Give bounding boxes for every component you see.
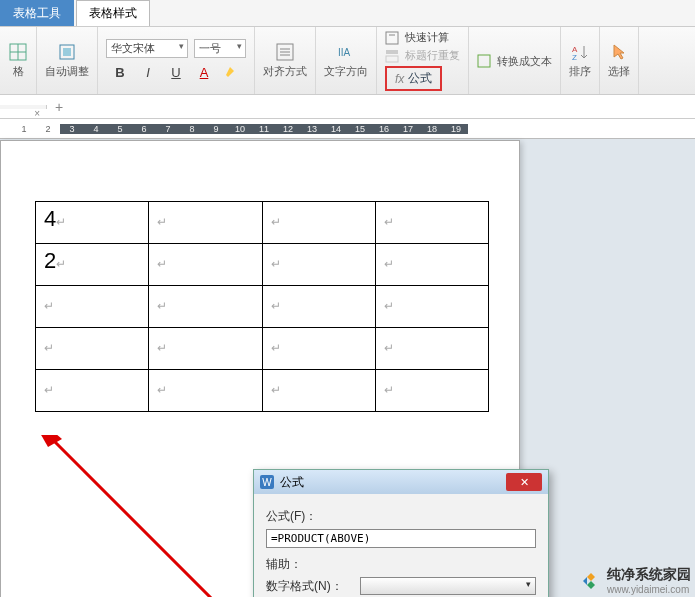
dialog-title: 公式: [280, 474, 304, 491]
font-color-button[interactable]: A: [193, 62, 215, 82]
cell[interactable]: ↵: [149, 202, 262, 244]
svg-text:Z: Z: [572, 53, 577, 62]
group-align[interactable]: 对齐方式: [255, 27, 316, 94]
group-convert[interactable]: 转换成文本: [469, 27, 561, 94]
num-format-label: 数字格式(N)：: [266, 578, 356, 595]
aux-label: 辅助：: [266, 556, 356, 573]
document-area: × + 12345678910111213141516171819 4↵↵↵↵ …: [0, 95, 695, 597]
cell[interactable]: ↵: [262, 202, 375, 244]
svg-rect-12: [386, 50, 398, 54]
cell[interactable]: ↵: [262, 286, 375, 328]
group-grid: 格: [0, 27, 37, 94]
convert-label: 转换成文本: [497, 54, 552, 69]
group-text-direction[interactable]: IIA 文字方向: [316, 27, 377, 94]
num-format-select[interactable]: [360, 577, 536, 595]
cell[interactable]: ↵: [149, 244, 262, 286]
formula-button[interactable]: fx 公式: [385, 66, 442, 91]
align-icon: [275, 42, 295, 62]
fx-icon: fx: [395, 72, 404, 86]
underline-button[interactable]: U: [165, 62, 187, 82]
formula-input[interactable]: [266, 529, 536, 548]
dialog-titlebar[interactable]: W 公式 ✕: [254, 470, 548, 494]
highlight-icon: [224, 65, 240, 79]
repeat-header-button[interactable]: 标题行重复: [385, 48, 460, 63]
group-font: 华文宋体 一号 B I U A: [98, 27, 255, 94]
pointer-icon: [609, 42, 629, 62]
grid-icon: [8, 42, 28, 62]
table-row: ↵↵↵↵: [36, 286, 489, 328]
svg-rect-10: [386, 32, 398, 44]
repeat-header-label: 标题行重复: [405, 48, 460, 63]
wps-logo-icon: W: [260, 475, 274, 489]
svg-text:IIA: IIA: [338, 47, 351, 58]
horizontal-ruler: 12345678910111213141516171819: [0, 119, 695, 139]
align-label: 对齐方式: [263, 64, 307, 79]
tab-table-tools[interactable]: 表格工具: [0, 0, 74, 26]
new-tab-button[interactable]: +: [47, 97, 71, 117]
watermark-url: www.yidaimei.com: [607, 584, 691, 595]
italic-button[interactable]: I: [137, 62, 159, 82]
document-tab-strip: × +: [0, 95, 695, 119]
table-row: 2↵↵↵↵: [36, 244, 489, 286]
cell[interactable]: ↵: [36, 286, 149, 328]
calculator-icon: [385, 31, 399, 45]
watermark-brand: 纯净系统家园: [607, 566, 691, 582]
cell[interactable]: ↵: [262, 370, 375, 412]
cell[interactable]: ↵: [375, 202, 488, 244]
document-tab[interactable]: ×: [0, 105, 47, 109]
group-formula: 快速计算 标题行重复 fx 公式: [377, 27, 469, 94]
close-tab-icon[interactable]: ×: [34, 108, 40, 119]
direction-label: 文字方向: [324, 64, 368, 79]
group-sort[interactable]: AZ 排序: [561, 27, 600, 94]
group-select[interactable]: 选择: [600, 27, 639, 94]
convert-icon: [477, 54, 491, 68]
watermark-logo-icon: [581, 571, 601, 591]
formula-dialog: W 公式 ✕ 公式(F)： 辅助： 数字格式(N)： 粘贴函数(P)： 表格范围…: [253, 469, 549, 597]
fast-calc-label: 快速计算: [405, 30, 449, 45]
formula-field-label: 公式(F)：: [266, 508, 356, 525]
svg-rect-13: [386, 56, 398, 62]
autofit-label[interactable]: 自动调整: [45, 64, 89, 79]
ribbon: 格 自动调整 华文宋体 一号 B I U A 对齐方式 IIA 文字方向 快速计…: [0, 27, 695, 95]
cell[interactable]: ↵: [375, 244, 488, 286]
group-autofit: 自动调整: [37, 27, 98, 94]
select-label: 选择: [608, 64, 630, 79]
font-family-select[interactable]: 华文宋体: [106, 39, 188, 58]
sort-icon: AZ: [570, 42, 590, 62]
cell[interactable]: ↵: [375, 328, 488, 370]
word-table[interactable]: 4↵↵↵↵ 2↵↵↵↵ ↵↵↵↵ ↵↵↵↵ ↵↵↵↵: [35, 201, 489, 412]
dialog-body: 公式(F)： 辅助： 数字格式(N)： 粘贴函数(P)： 表格范围(T)： 粘贴…: [254, 494, 548, 597]
context-tab-bar: 表格工具 表格样式: [0, 0, 695, 27]
svg-rect-14: [478, 55, 490, 67]
repeat-icon: [385, 49, 399, 63]
autofit-icon[interactable]: [57, 42, 77, 62]
cell[interactable]: ↵: [375, 286, 488, 328]
sort-label: 排序: [569, 64, 591, 79]
highlight-button[interactable]: [221, 62, 243, 82]
watermark: 纯净系统家园 www.yidaimei.com: [581, 566, 691, 595]
tab-table-styles[interactable]: 表格样式: [76, 0, 150, 26]
fast-calc-button[interactable]: 快速计算: [385, 30, 449, 45]
cell[interactable]: ↵: [149, 328, 262, 370]
cell[interactable]: ↵: [149, 370, 262, 412]
table-row: ↵↵↵↵: [36, 328, 489, 370]
cell-r2c1[interactable]: 2↵: [36, 244, 149, 286]
table-row: 4↵↵↵↵: [36, 202, 489, 244]
cell[interactable]: ↵: [375, 370, 488, 412]
cell[interactable]: ↵: [149, 286, 262, 328]
font-size-select[interactable]: 一号: [194, 39, 246, 58]
cell[interactable]: ↵: [262, 328, 375, 370]
close-icon[interactable]: ✕: [506, 473, 542, 491]
cell[interactable]: ↵: [36, 370, 149, 412]
bold-button[interactable]: B: [109, 62, 131, 82]
cell-r1c1[interactable]: 4↵: [36, 202, 149, 244]
cell[interactable]: ↵: [262, 244, 375, 286]
grid-label: 格: [13, 64, 24, 79]
text-direction-icon: IIA: [336, 42, 356, 62]
cell[interactable]: ↵: [36, 328, 149, 370]
svg-rect-4: [63, 48, 71, 56]
table-row: ↵↵↵↵: [36, 370, 489, 412]
formula-label: 公式: [408, 70, 432, 87]
